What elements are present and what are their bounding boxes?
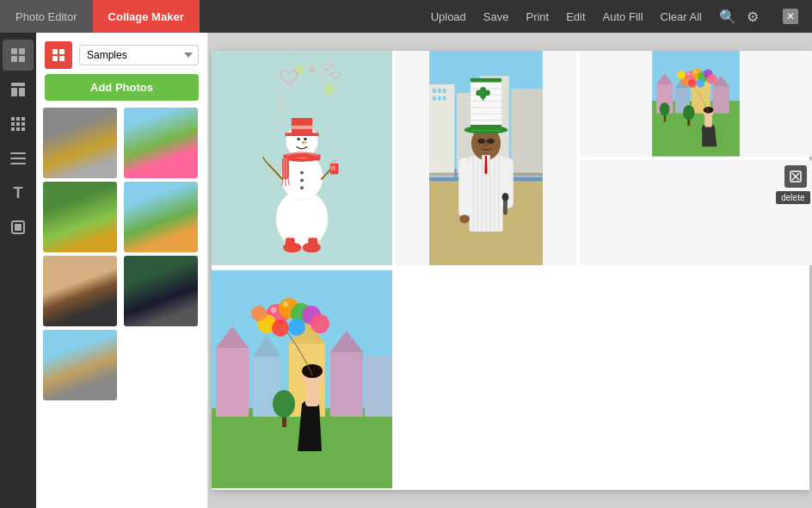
print-button[interactable]: Print [526,10,549,23]
svg-point-105 [302,364,323,378]
svg-rect-38 [285,133,318,136]
svg-rect-6 [19,88,25,96]
collage-cell-empty[interactable]: delete [580,160,812,266]
svg-rect-24 [59,56,65,61]
svg-point-49 [300,178,304,182]
svg-point-150 [483,143,488,146]
samples-dropdown[interactable]: Samples My Photos Uploads [79,45,199,65]
clear-all-button[interactable]: Clear All [661,10,702,23]
svg-rect-8 [16,117,20,121]
delete-button[interactable] [784,165,807,188]
svg-point-141 [459,214,470,223]
collage-canvas: delete [212,51,809,490]
delete-tooltip: delete [776,191,809,204]
canvas-area: delete [208,33,812,508]
svg-point-86 [694,71,697,73]
svg-rect-123 [511,89,543,177]
sidebar-text-icon[interactable]: T [3,177,34,208]
svg-marker-167 [484,156,487,175]
list-item[interactable] [43,108,117,178]
svg-rect-127 [432,96,435,101]
auto-fill-button[interactable]: Auto Fill [603,10,643,23]
search-icon[interactable]: 🔍 [719,9,736,25]
collage-cell-balloon-girl-1[interactable] [580,51,812,157]
sidebar-layout-icon[interactable] [3,74,34,105]
svg-rect-100 [365,356,392,417]
svg-rect-57 [308,238,317,249]
svg-rect-44 [286,158,286,179]
svg-point-69 [682,105,694,120]
edit-button[interactable]: Edit [566,10,585,23]
list-item[interactable] [43,256,117,326]
photos-panel: Samples My Photos Uploads Add Photos [36,33,208,508]
sidebar-lines-icon[interactable] [3,143,34,174]
svg-rect-10 [11,122,15,126]
svg-point-102 [273,390,295,418]
svg-rect-139 [458,158,471,217]
svg-rect-55 [285,238,294,249]
svg-rect-3 [19,56,25,62]
top-nav: Upload Save Print Edit Auto Fill Clear A… [431,9,812,25]
collage-cell-snowman[interactable] [212,51,392,265]
svg-rect-129 [442,96,446,101]
svg-rect-125 [437,89,440,93]
nav-icons: 🔍 ⚙ [719,9,759,25]
svg-point-112 [288,319,305,336]
svg-rect-98 [330,352,363,417]
collage-cell-balloon-girl-2[interactable] [212,269,392,490]
tab-collage-maker[interactable]: Collage Maker [93,0,200,33]
svg-point-41 [304,138,306,140]
list-item[interactable] [124,108,198,178]
svg-rect-22 [59,49,65,54]
svg-rect-92 [216,348,249,417]
svg-rect-0 [11,48,17,54]
svg-rect-43 [283,158,284,179]
upload-button[interactable]: Upload [431,10,466,23]
svg-rect-5 [11,88,17,96]
svg-rect-12 [22,122,25,126]
svg-rect-9 [22,117,25,121]
sidebar-grid-icon[interactable] [3,108,34,139]
photos-panel-header: Samples My Photos Uploads [36,33,207,74]
svg-point-111 [272,319,289,337]
main-layout: T Samples My Photos Uploads [0,33,812,508]
svg-point-148 [486,139,494,144]
svg-rect-66 [712,86,729,113]
sample-icon [45,41,72,69]
svg-rect-2 [11,56,17,62]
list-item[interactable] [124,182,198,252]
svg-point-50 [300,186,304,189]
svg-rect-39 [291,126,311,129]
list-item[interactable] [124,256,198,326]
svg-rect-159 [470,78,501,83]
list-item[interactable] [43,330,117,400]
svg-rect-52 [330,166,332,170]
svg-point-114 [311,314,329,333]
svg-rect-14 [16,127,20,131]
svg-rect-160 [470,125,501,131]
svg-rect-23 [52,56,58,61]
svg-point-143 [501,193,508,201]
tab-photo-editor[interactable]: Photo Editor [0,0,93,33]
svg-rect-1 [19,48,25,54]
svg-point-147 [477,139,485,144]
svg-rect-15 [22,127,25,131]
svg-rect-13 [11,127,15,131]
save-button[interactable]: Save [483,10,509,23]
svg-point-40 [297,138,299,140]
svg-point-116 [283,301,288,307]
svg-point-113 [251,306,267,321]
sidebar-shapes-icon[interactable] [3,212,34,243]
svg-rect-21 [52,49,58,54]
sidebar-photos-icon[interactable] [3,40,34,71]
collage-cell-man-hat[interactable] [396,51,576,265]
list-item[interactable] [43,182,117,252]
close-button[interactable]: ✕ [783,9,798,24]
add-photos-button[interactable]: Add Photos [45,74,199,101]
settings-icon[interactable]: ⚙ [747,9,759,25]
svg-point-48 [300,171,304,175]
svg-rect-7 [11,117,15,121]
svg-rect-20 [15,224,22,231]
top-bar: Photo Editor Collage Maker Upload Save P… [0,0,812,33]
svg-point-71 [659,102,669,115]
